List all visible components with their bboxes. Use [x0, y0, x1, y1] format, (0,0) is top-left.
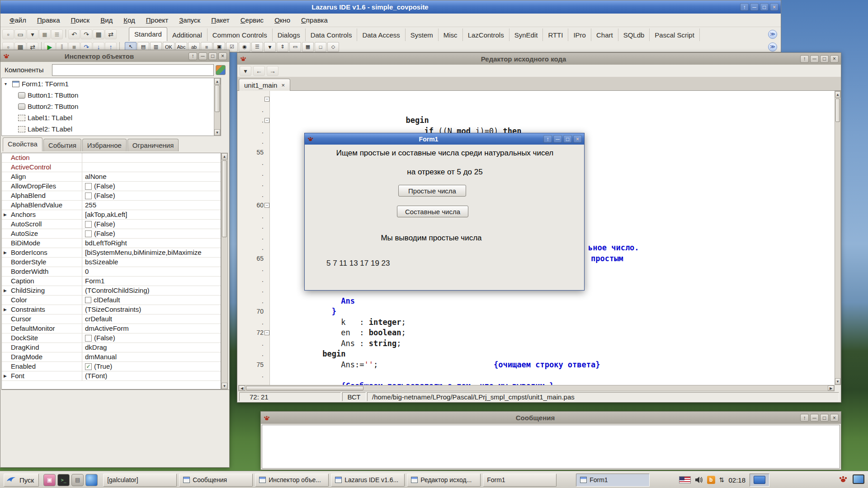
palette-tab[interactable]: SynEdit — [509, 28, 543, 41]
maximize-button[interactable]: □ — [760, 3, 769, 11]
property-row[interactable]: Enabled ✓ (True) — [2, 362, 221, 371]
palette-component-icon[interactable]: ▼ — [264, 42, 276, 52]
display-tray-icon[interactable] — [853, 474, 864, 484]
palette-tab[interactable]: SQLdb — [618, 28, 650, 41]
property-value[interactable]: 255 — [82, 201, 221, 210]
menu-item[interactable]: Сервис — [235, 14, 269, 26]
property-value[interactable]: (False) — [82, 191, 221, 200]
tray-indicator-icon[interactable]: b — [707, 476, 715, 484]
property-row[interactable]: AlphaBlend (False) — [2, 191, 221, 201]
palette-component-icon[interactable]: ◉ — [239, 42, 250, 52]
property-row[interactable]: DragMode dmManual — [2, 352, 221, 362]
code-line[interactable]: 70 k : integer; — [238, 296, 835, 307]
fold-marker-icon[interactable]: − — [264, 203, 269, 208]
launcher-icon[interactable]: ▣ — [43, 474, 56, 486]
property-value[interactable]: [akTop,akLeft] — [82, 210, 221, 219]
messages-titlebar[interactable]: Сообщения ↑ ─ □ × — [261, 412, 841, 424]
toolbar-icon[interactable]: ≣ — [51, 29, 63, 39]
property-value[interactable]: dmManual — [82, 352, 221, 361]
property-row[interactable]: AlphaBlendValue 255 — [2, 201, 221, 210]
toolbar-overflow-icon[interactable]: ≫ — [768, 42, 777, 52]
palette-tab[interactable]: Data Controls — [306, 28, 358, 41]
taskbar-window-button[interactable]: Form1 — [483, 474, 557, 487]
code-line[interactable]: . if ((N mod j)=0) then — [238, 105, 835, 116]
tree-node[interactable]: Button2: TButton — [2, 101, 221, 112]
property-row[interactable]: Align alNone — [2, 172, 221, 182]
toolbar-icon[interactable]: ◼ — [39, 29, 51, 39]
checkbox[interactable] — [85, 335, 92, 342]
menu-item[interactable]: Правка — [32, 14, 66, 26]
property-value[interactable]: (TFont) — [82, 371, 221, 380]
expand-arrow-icon[interactable]: ▶ — [4, 286, 7, 295]
property-row[interactable]: Caption Form1 — [2, 277, 221, 286]
checkbox[interactable] — [85, 221, 92, 228]
code-line[interactable]: . en : boolean; — [238, 306, 835, 317]
minimize-button[interactable]: ─ — [750, 3, 759, 11]
rollup-button[interactable]: ↑ — [740, 3, 749, 11]
property-value[interactable] — [82, 153, 221, 162]
primes-button[interactable]: Простые числа — [398, 185, 466, 197]
menu-item[interactable]: Запуск — [174, 14, 206, 26]
grid-scrollbar[interactable]: ▲ ▼ — [221, 153, 228, 389]
scroll-down-icon[interactable]: ▼ — [835, 378, 840, 385]
property-row[interactable]: AutoScroll (False) — [2, 220, 221, 229]
screenshot-tray-icon[interactable] — [750, 474, 769, 487]
taskbar-window-button[interactable]: Lazarus IDE v1.6... — [331, 474, 405, 487]
minimize-button[interactable]: ─ — [810, 55, 819, 63]
editor-titlebar[interactable]: Редактор исходного кода ↑ ─ □ × — [237, 53, 841, 65]
palette-tab[interactable]: Misc — [439, 28, 463, 41]
rollup-button[interactable]: ↑ — [800, 414, 809, 422]
property-value[interactable]: crDefault — [82, 314, 221, 324]
property-value[interactable]: (TControlChildSizing) — [82, 286, 221, 295]
messages-list[interactable] — [262, 425, 840, 469]
inspector-tab[interactable]: Свойства — [3, 137, 42, 151]
collapse-icon[interactable]: ▾ — [5, 81, 10, 86]
paw-tray-icon[interactable] — [838, 474, 848, 484]
scrollbar-thumb[interactable] — [215, 85, 220, 112]
property-row[interactable]: ▶ Font (TFont) — [2, 371, 221, 381]
property-row[interactable]: ▶ Constraints (TSizeConstraints) — [2, 305, 221, 314]
scroll-up-icon[interactable]: ▲ — [214, 78, 220, 84]
menu-item[interactable]: Поиск — [66, 14, 95, 26]
property-row[interactable]: ▶ Anchors [akTop,akLeft] — [2, 210, 221, 220]
property-value[interactable]: (TSizeConstraints) — [82, 305, 221, 314]
palette-tab[interactable]: RTTI — [543, 28, 568, 41]
property-row[interactable]: DragKind dkDrag — [2, 343, 221, 352]
minimize-button[interactable]: ─ — [198, 52, 207, 60]
property-row[interactable]: BiDiMode bdLeftToRight — [2, 239, 221, 248]
property-row[interactable]: DockSite (False) — [2, 333, 221, 343]
property-value[interactable]: (False) — [82, 229, 221, 238]
property-row[interactable]: ▶ ChildSizing (TControlChildSizing) — [2, 286, 221, 296]
property-row[interactable]: Cursor crDefault — [2, 314, 221, 324]
palette-tab[interactable]: System — [406, 28, 439, 41]
jump-dropdown[interactable]: ▾ — [240, 66, 251, 76]
property-value[interactable]: Form1 — [82, 277, 221, 286]
taskbar-window-button[interactable]: Form1 — [576, 474, 650, 487]
close-button[interactable]: × — [573, 135, 582, 143]
property-value[interactable]: dmActiveForm — [82, 324, 221, 333]
palette-component-icon[interactable]: ▦ — [302, 42, 314, 52]
menu-item[interactable]: Вид — [95, 14, 118, 26]
property-row[interactable]: AutoSize (False) — [2, 229, 221, 239]
property-row[interactable]: ▶ BorderIcons [biSystemMenu,biMinimize,b… — [2, 248, 221, 258]
scrollbar-thumb[interactable] — [835, 99, 840, 122]
maximize-button[interactable]: □ — [563, 135, 572, 143]
checkbox[interactable] — [85, 183, 92, 190]
checkbox[interactable]: ✓ — [85, 363, 92, 370]
palette-component-icon[interactable]: □ — [315, 42, 326, 52]
inspector-tab[interactable]: Ограничения — [127, 139, 179, 151]
fold-marker-icon[interactable]: − — [264, 97, 269, 102]
scroll-down-icon[interactable]: ▼ — [214, 129, 220, 136]
palette-tab[interactable]: Standard — [129, 27, 167, 41]
palette-tab[interactable]: LazControls — [463, 28, 509, 41]
minimize-button[interactable]: ─ — [553, 135, 562, 143]
components-search-input[interactable] — [52, 64, 214, 76]
close-button[interactable]: × — [830, 55, 839, 63]
scroll-up-icon[interactable]: ▲ — [835, 91, 840, 98]
menu-item[interactable]: Справка — [296, 14, 333, 26]
property-value[interactable]: bdLeftToRight — [82, 239, 221, 248]
toolbar-icon[interactable]: ▾ — [27, 29, 38, 39]
close-button[interactable]: × — [218, 52, 227, 60]
property-value[interactable]: 0 — [82, 267, 221, 276]
taskbar-window-button[interactable]: [galculator] — [103, 474, 177, 487]
